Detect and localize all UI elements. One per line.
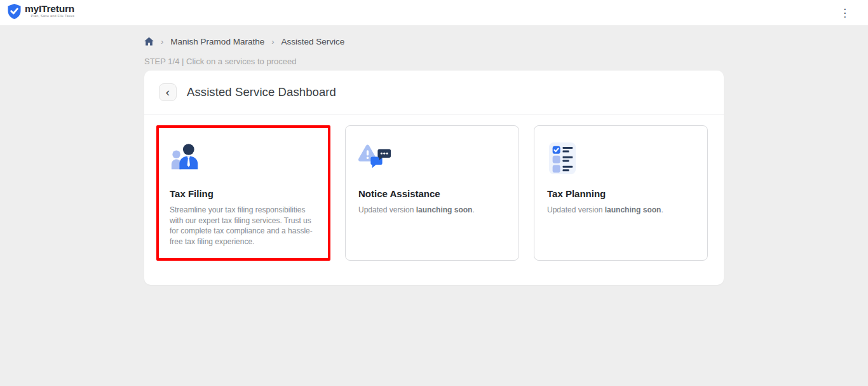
breadcrumb-user[interactable]: Manish Pramod Marathe — [170, 37, 264, 46]
back-button[interactable]: ‹ — [159, 83, 177, 101]
logo-tagline: Plan, Save and File Taxes — [31, 14, 75, 18]
card-title: Tax Planning — [547, 188, 695, 199]
breadcrumb-current[interactable]: Assisted Service — [281, 37, 345, 46]
card-description: Updated version launching soon. — [547, 205, 695, 216]
breadcrumb-separator: › — [271, 37, 274, 46]
card-description: Streamline your tax filing responsibilit… — [170, 205, 317, 247]
dashboard-panel: ‹ Assisted Service Dashboard Tax Fi — [144, 71, 724, 285]
card-notice-assistance[interactable]: Notice Assistance Updated version launch… — [345, 125, 519, 261]
home-icon[interactable] — [144, 37, 154, 46]
logo-wordmark: myITreturn — [25, 3, 74, 14]
breadcrumb: › Manish Pramod Marathe › Assisted Servi… — [144, 36, 724, 47]
panel-header: ‹ Assisted Service Dashboard — [144, 71, 724, 114]
logo-text-wrap: myITreturn Plan, Save and File Taxes — [25, 3, 74, 18]
main-content: › Manish Pramod Marathe › Assisted Servi… — [144, 26, 724, 285]
kebab-menu-icon[interactable]: ⋮ — [837, 6, 853, 20]
step-indicator: STEP 1/4 | Click on a services to procee… — [144, 57, 724, 66]
chevron-left-icon: ‹ — [166, 86, 170, 98]
tax-filing-people-icon — [170, 142, 317, 175]
brand-shield-check-icon — [6, 3, 22, 22]
app-logo[interactable]: myITreturn Plan, Save and File Taxes — [6, 3, 74, 22]
page-title: Assisted Service Dashboard — [187, 85, 336, 99]
card-title: Tax Filing — [170, 188, 317, 199]
card-tax-planning[interactable]: Tax Planning Updated version launching s… — [534, 125, 708, 261]
service-cards: Tax Filing Streamline your tax filing re… — [144, 114, 724, 283]
notice-assistance-alert-chat-icon — [358, 142, 506, 175]
card-description: Updated version launching soon. — [358, 205, 506, 216]
top-header: myITreturn Plan, Save and File Taxes ⋮ — [0, 0, 868, 26]
tax-planning-checklist-icon — [547, 142, 695, 175]
card-tax-filing[interactable]: Tax Filing Streamline your tax filing re… — [156, 125, 330, 261]
card-title: Notice Assistance — [358, 188, 506, 199]
breadcrumb-separator: › — [161, 37, 163, 46]
